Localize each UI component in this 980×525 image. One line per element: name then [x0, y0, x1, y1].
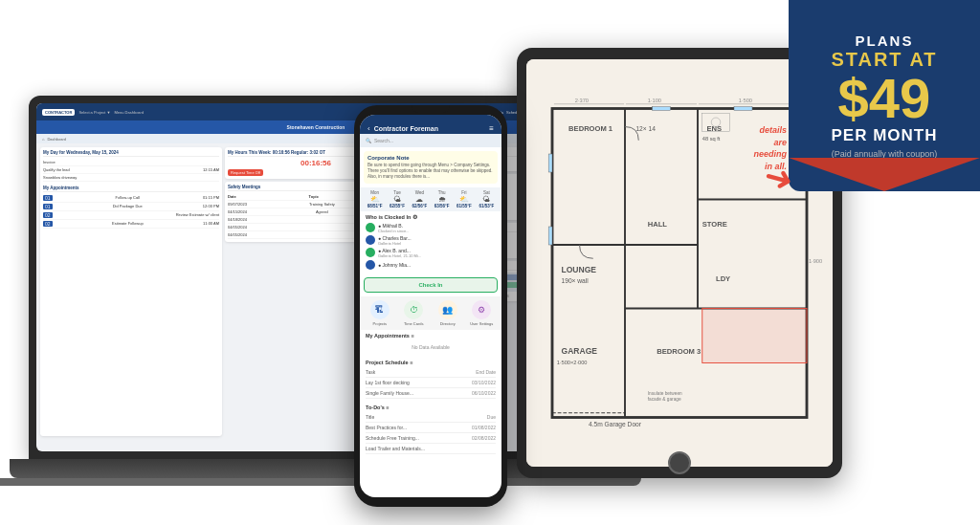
weather-temp-5: 61/55°F: [457, 204, 472, 208]
weather-wed: Wed ☁ 62/56°F: [412, 190, 427, 208]
todo-title-1: Best Practices for...: [366, 425, 407, 430]
projects-icon: 🏗: [370, 300, 390, 319]
safety-date-1: 09/07/2023: [228, 202, 247, 207]
svg-text:4.5m Garage Door: 4.5m Garage Door: [589, 421, 642, 428]
appt-date-2: 01: [43, 204, 53, 209]
appt-subj-3: Review Estimate w/ client: [176, 212, 219, 218]
phone-content: ‹ Contractor Foreman ≡ 🔍 Search... Corpo…: [360, 115, 501, 497]
dashboard-topbar: CONTRACTOR Select a Project ▼ Menu Dashb…: [36, 103, 595, 120]
svg-text:1·100: 1·100: [648, 98, 661, 103]
svg-rect-38: [702, 309, 807, 363]
safety-topic-2: Agreed: [316, 209, 328, 214]
safety-col-topic: Topic: [309, 194, 319, 199]
appt-subj-4: Estimate Followup: [112, 221, 144, 227]
avatar-3: [366, 248, 375, 257]
plans-label: PLANS: [856, 33, 914, 49]
svg-text:Insulate between: Insulate between: [648, 391, 682, 396]
weather-temp-1: 68/51°F: [368, 204, 383, 208]
dashboard: CONTRACTOR Select a Project ▼ Menu Dashb…: [36, 103, 595, 451]
avatar-1: [366, 223, 375, 232]
todo-title-header: Title: [366, 414, 374, 420]
phone-back-button[interactable]: ‹: [368, 124, 370, 133]
svg-text:LOUNGE: LOUNGE: [562, 265, 597, 274]
appt-row-1: 01 Follow-up Call 01:15 PM: [43, 194, 219, 203]
svg-rect-29: [653, 107, 671, 111]
todo-due-2: 02/08/2022: [472, 435, 496, 441]
weather-temp-3: 62/56°F: [412, 204, 427, 208]
svg-text:HALL: HALL: [648, 220, 668, 229]
weather-fri: Fri ⛅ 61/55°F: [457, 190, 472, 208]
user-info-4: ● Johnny Mia...: [378, 262, 411, 268]
user-row-2: ● Charles Bar... Galleria Hotel: [366, 234, 496, 247]
task-label-1: Task: [366, 369, 375, 375]
svg-text:facade & garage: facade & garage: [648, 397, 681, 402]
settings-icon-item[interactable]: ⚙ User Settings: [466, 300, 499, 326]
task-time-2: 12:15 AM: [203, 167, 219, 172]
user-info-1: ● Mikhail B. Clocked in since...: [378, 223, 409, 233]
user-name-4: ● Johnny Mia...: [378, 262, 411, 268]
todo-title-2: Schedule Free Training...: [366, 435, 419, 441]
projects-label: Projects: [364, 321, 396, 326]
avatar-4: [366, 260, 375, 270]
no-appointments-text: No Data Available: [366, 340, 496, 354]
blueprint-view: BEDROOM 1 12× 14 ENS 48 sq ft HALL STORE…: [526, 59, 833, 467]
todo-row-3: Load Trailer and Materials...: [366, 444, 496, 454]
svg-text:1·500: 1·500: [739, 98, 752, 103]
price-roof-triangle: [789, 158, 980, 191]
timecards-icon: ⏱: [404, 300, 423, 319]
projects-icon-item[interactable]: 🏗 Projects: [364, 300, 396, 326]
appt-time-2: 12:00 PM: [203, 204, 219, 209]
svg-text:ENS: ENS: [707, 124, 723, 133]
user-status-2: Galleria Hotel: [378, 241, 412, 246]
hamburger-icon[interactable]: ≡: [489, 124, 494, 133]
project-title-bar: Stonehaven Construction: [36, 120, 595, 134]
weather-mon: Mon ⛅ 68/51°F: [368, 190, 383, 208]
user-row-4: ● Johnny Mia...: [366, 259, 496, 271]
task-row-1: Invoice: [43, 159, 219, 166]
phone-app-title: Contractor Foreman: [374, 125, 486, 132]
task-row-3: Single Family House... 06/10/2022: [366, 388, 496, 399]
project-name: Stonehaven Construction: [287, 124, 345, 130]
contractor-logo: CONTRACTOR: [42, 109, 75, 116]
tablet-screen: BEDROOM 1 12× 14 ENS 48 sq ft HALL STORE…: [526, 59, 833, 467]
weather-icon-2: 🌤: [390, 195, 405, 204]
appt-subj-1: Follow-up Call: [116, 195, 140, 201]
safety-col-date: Date: [228, 194, 236, 199]
timecards-label: Time Cards: [398, 321, 431, 326]
tablet-home-button[interactable]: [668, 451, 691, 474]
appt-time-4: 11:00 AM: [203, 221, 219, 227]
svg-text:1·500×2·000: 1·500×2·000: [557, 360, 588, 365]
svg-text:GARAGE: GARAGE: [562, 346, 598, 356]
phone-mockup: ‹ Contractor Foreman ≡ 🔍 Search... Corpo…: [354, 105, 507, 507]
user-settings-icon: ⚙: [472, 300, 491, 319]
breadcrumb: ⌂ Dashboard: [36, 134, 595, 143]
task-type-3: Snowblow driveway: [43, 175, 77, 180]
request-timeoff-btn[interactable]: Request Time Off: [228, 169, 263, 176]
price-banner: PLANS START AT $49 PER MONTH (Paid annua…: [789, 0, 980, 191]
user-status-1: Clocked in since...: [378, 229, 409, 233]
svg-rect-32: [548, 227, 552, 245]
checkin-button[interactable]: Check In: [364, 277, 498, 293]
todo-row-2: Schedule Free Training... 02/08/2022: [366, 433, 496, 444]
task-type-1: Invoice: [43, 160, 56, 164]
phone-screen: ‹ Contractor Foreman ≡ 🔍 Search... Corpo…: [360, 115, 501, 497]
task-name-2: Single Family House...: [366, 390, 413, 396]
directory-icon-item[interactable]: 👥 Directory: [432, 300, 464, 326]
weather-icon-3: ☁: [412, 195, 427, 204]
my-day-title: My Day for Wednesday, May 15, 2024: [43, 150, 219, 157]
appointments-title: My Appointments: [43, 186, 219, 192]
timecards-icon-item[interactable]: ⏱ Time Cards: [398, 300, 431, 326]
app-icons-row: 🏗 Projects ⏱ Time Cards 👥 Directory: [360, 296, 501, 330]
search-placeholder[interactable]: Search...: [374, 138, 393, 143]
laptop-display: CONTRACTOR Select a Project ▼ Menu Dashb…: [36, 103, 595, 451]
task-end-2: 06/10/2022: [472, 390, 496, 396]
nav-project-select[interactable]: Select a Project ▼: [78, 110, 110, 115]
todo-row-1: Best Practices for... 01/08/2022: [366, 423, 496, 433]
safety-date-2: 04/15/2024: [228, 209, 247, 214]
todo-due-1: 01/08/2022: [472, 425, 496, 430]
settings-label: User Settings: [466, 321, 499, 326]
appt-date-4: 02: [43, 221, 53, 227]
user-info-3: ● Alex B. and... Galleria Hotel, 21.10 M…: [378, 248, 421, 258]
svg-text:48 sq ft: 48 sq ft: [702, 136, 721, 142]
user-row-1: ● Mikhail B. Clocked in since...: [366, 222, 496, 234]
